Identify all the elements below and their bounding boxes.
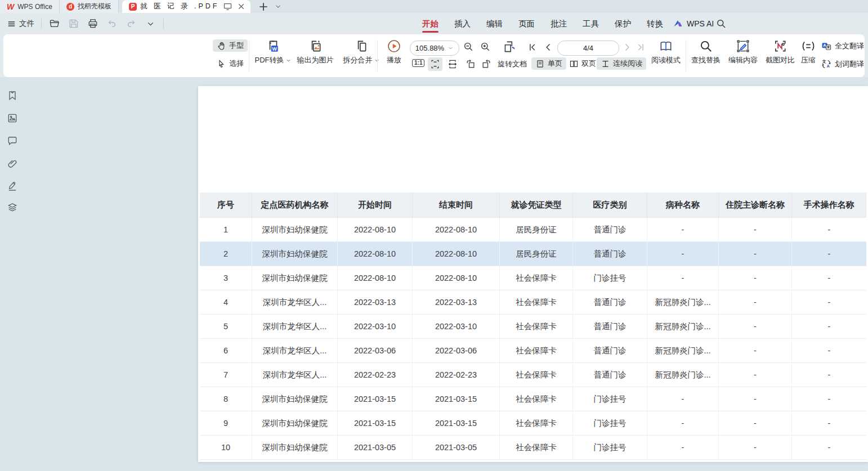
play-button[interactable]: 播放 [382,39,406,65]
full-translate-label: 全文翻译 [835,41,864,51]
table-cell: 2021-03-15 [338,387,413,411]
pdf-convert-icon [266,39,280,53]
table-cell: 深圳市龙华区人... [252,290,338,315]
tab-list-chevron-icon[interactable] [274,3,282,11]
table-cell: 社会保障卡 [500,315,573,339]
split-merge-label: 拆分合并 [343,55,373,65]
tab-wps-office[interactable]: W WPS Office [0,0,60,13]
hand-tool-button[interactable]: 手型 [213,39,248,52]
continuous-read-button[interactable]: 连续阅读 [597,57,646,70]
table-cell: 2021-03-15 [338,411,413,436]
read-mode-button[interactable]: 阅读模式 [648,39,683,65]
pdf-page[interactable]: 序号定点医药机构名称开始时间结束时间就诊凭证类型医疗类别病种名称住院主诊断名称手… [198,86,868,462]
screenshot-compare-button[interactable]: 截图对比 [762,39,798,65]
table-cell: 2021-03-15 [413,411,500,436]
menu-item-4[interactable]: 批注 [543,13,575,34]
zoom-out-button[interactable] [463,41,474,52]
word-translate-label: 划词翻译 [835,59,864,69]
play-icon [387,39,401,53]
last-page-button[interactable] [635,42,646,53]
edit-content-button[interactable]: 编辑内容 [725,39,761,65]
table-cell: - [647,218,719,242]
table-cell: 2022-03-10 [338,315,413,339]
menu-item-6[interactable]: 保护 [607,13,639,34]
attachment-panel-icon[interactable] [7,158,19,170]
save-button[interactable] [68,17,80,30]
table-cell: - [647,436,719,460]
zoom-in-button[interactable] [480,41,491,52]
single-page-button[interactable]: 单页 [531,57,566,70]
thumbnail-panel-icon[interactable] [7,113,19,124]
tab-wps-office-label: WPS Office [17,3,52,11]
bookmark-icon[interactable] [7,90,19,102]
word-translate-icon [821,59,832,70]
table-cell: 深圳市妇幼保健院 [252,411,338,436]
compress-button[interactable]: 压缩 [796,39,821,65]
open-file-button[interactable] [48,17,61,30]
chevron-down-icon [448,45,454,51]
pdf-convert-button[interactable]: PDF转换 [254,39,292,65]
tab-document-active[interactable]: P 就 医 记 录 .PDF [122,0,250,13]
zoom-level-value: 105.88% [415,44,444,52]
new-tab-button[interactable] [257,1,270,13]
divider [163,19,164,29]
fit-width-button[interactable] [447,59,458,70]
chevron-down-icon [285,57,292,64]
find-replace-button[interactable]: 查找替换 [688,39,724,65]
export-image-button[interactable]: 输出为图片 [293,39,338,65]
header-cell: 住院主诊断名称 [719,192,792,218]
ribbon-toolbar: 手型 选择 PDF转换 输出为图片 拆分合并 播放 105.88% [3,34,865,77]
full-translate-button[interactable]: 全文翻译 [821,41,864,52]
table-cell: 社会保障卡 [500,339,573,363]
table-cell: 2022-08-10 [338,266,413,290]
zoom-level-combobox[interactable]: 105.88% [410,41,459,56]
comment-panel-icon[interactable] [7,135,19,147]
actual-size-button[interactable]: 1:1 [412,59,424,67]
divider [249,40,249,71]
print-button[interactable] [87,17,99,30]
previous-page-button[interactable] [543,42,554,53]
signature-panel-icon[interactable] [7,181,19,192]
rotate-right-button[interactable] [481,59,492,70]
menu-item-5[interactable]: 工具 [575,13,607,34]
file-menu-button[interactable]: 文件 [7,19,34,29]
layers-panel-icon[interactable] [7,202,19,214]
close-tab-icon[interactable] [236,2,246,12]
menu-item-2[interactable]: 编辑 [478,13,511,34]
next-page-button[interactable] [621,42,633,53]
quick-access-chevron-icon[interactable] [144,17,156,30]
table-cell: 门诊挂号 [573,387,647,411]
table-row: 1深圳市妇幼保健院2022-08-102022-08-10居民身份证普通门诊--… [200,218,866,242]
table-cell: - [719,315,792,339]
monitor-icon[interactable] [222,2,232,12]
fit-page-button[interactable] [428,57,442,71]
table-cell: - [647,387,719,411]
table-cell: 普通门诊 [573,290,647,315]
divider [377,40,378,71]
menu-item-7[interactable]: 转换 [639,13,671,34]
hand-icon [217,41,226,51]
redo-button[interactable] [125,17,137,30]
global-search-icon[interactable] [715,17,727,30]
table-cell: 深圳市妇幼保健院 [252,266,338,290]
table-cell: 深圳市妇幼保健院 [252,436,338,460]
page-number-input[interactable]: 4/4 [557,41,619,56]
table-row: 5深圳市龙华区人...2022-03-102022-03-10社会保障卡普通门诊… [200,315,866,339]
wps-ai-button[interactable]: WPS AI [672,13,714,34]
replace-pages-icon[interactable] [502,39,517,54]
rotate-left-button[interactable] [465,59,476,70]
select-tool-button[interactable]: 选择 [213,57,248,70]
cursor-icon [217,59,226,69]
word-translate-button[interactable]: 划词翻译 [821,59,868,70]
wps-office-window: W WPS Office d 找稻壳模板 P 就 医 记 录 .PDF 文件 [0,0,868,471]
first-page-button[interactable] [527,42,538,53]
menu-item-3[interactable]: 页面 [511,13,543,34]
undo-button[interactable] [106,17,118,30]
table-cell: 深圳市龙华区人... [252,363,338,387]
table-cell: 门诊挂号 [573,411,647,436]
pdf-file-icon: P [129,3,137,11]
menu-item-1[interactable]: 插入 [446,13,478,34]
tab-docer[interactable]: d 找稻壳模板 [60,0,119,13]
table-cell: 2021-03-15 [413,387,500,411]
menu-item-0[interactable]: 开始 [414,13,446,34]
